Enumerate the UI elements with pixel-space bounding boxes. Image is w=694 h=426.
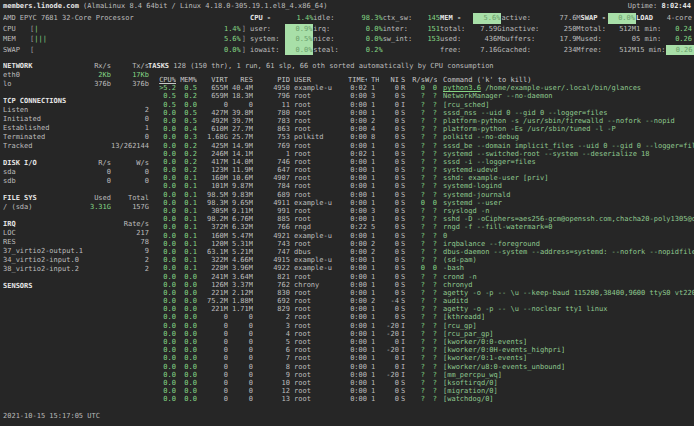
proc-virt: 0	[197, 330, 228, 338]
proc-user: chrony	[294, 281, 348, 289]
section-title: FILE SYS	[3, 194, 69, 203]
proc-mem: 0.1	[176, 191, 197, 199]
process-row: 0.00.0126M3.37M762chrony0:0010S??chronyd	[148, 281, 694, 289]
proc-pid: 829	[253, 305, 290, 313]
proc-ws: ?	[425, 117, 437, 125]
proc-ws: ?	[425, 371, 437, 379]
proc-pid: 689	[253, 191, 290, 199]
proc-s: S	[401, 158, 409, 166]
proc-s: S	[401, 215, 409, 223]
stat-value: 436M	[485, 34, 502, 45]
proc-command: [kworker/0:1-events]	[443, 354, 694, 362]
proc-cpu: 0.0	[148, 232, 176, 240]
proc-cpu: 0.0	[148, 387, 176, 395]
proc-thr: 1	[371, 166, 379, 174]
proc-res: 3.37M	[228, 281, 253, 289]
proc-ni: 0	[379, 199, 399, 207]
proc-pid: 830	[253, 289, 290, 297]
proc-pid: 2	[253, 313, 290, 321]
gauge-percent: 5.6%	[224, 34, 241, 45]
proc-user: root	[294, 174, 348, 182]
proc-ws: ?	[425, 322, 437, 330]
proc-ni: 0	[379, 338, 399, 346]
proc-mem: 0.1	[176, 207, 197, 215]
gauge-percent: 0.0%	[224, 45, 241, 56]
proc-res: 0	[228, 354, 253, 362]
proc-pid: 692	[253, 297, 290, 305]
proc-mem: 0.0	[176, 379, 197, 387]
item-value2: 2	[111, 106, 149, 115]
proc-rs: ?	[411, 166, 425, 174]
proc-thr: 1	[371, 84, 379, 92]
proc-res: 0	[228, 338, 253, 346]
proc-ws: ?	[425, 338, 437, 346]
proc-virt: 160M	[197, 232, 228, 240]
proc-command: chronyd	[443, 281, 694, 289]
proc-command: systemd-journald	[443, 191, 694, 199]
proc-rs: ?	[411, 92, 425, 100]
quicklook-panel: CPU -1.4%user:0.9%system:0.5%iowait:0.0%	[250, 13, 313, 55]
proc-cpu: 0.0	[148, 256, 176, 264]
proc-pid: 4911	[253, 199, 290, 207]
proc-ws: ?	[425, 240, 437, 248]
proc-res: 0	[228, 395, 253, 403]
section-col1: R/s	[69, 159, 111, 168]
proc-thr: 1	[371, 313, 379, 321]
proc-ws: 0	[425, 264, 437, 272]
proc-ni: 0	[379, 133, 399, 141]
process-row: 0.00.0002root0:0010S??[kthreadd]	[148, 313, 694, 321]
proc-user: root	[294, 191, 348, 199]
stat-value: 234M	[564, 45, 581, 56]
proc-res: 0	[228, 346, 253, 354]
proc-thr: 1	[371, 371, 379, 379]
proc-s: I	[401, 371, 409, 379]
proc-thr: 1	[371, 289, 379, 297]
item-value2: 1	[111, 124, 149, 133]
proc-cpu: 0.0	[148, 371, 176, 379]
proc-res: 5.47M	[228, 232, 253, 240]
section-col2: W/s	[111, 159, 149, 168]
proc-cpu: 0.0	[148, 330, 176, 338]
proc-ws: ?	[425, 223, 437, 231]
sidebar-row: Listen2	[3, 106, 149, 115]
proc-thr: 2	[371, 297, 379, 305]
proc-ws: ?	[425, 289, 437, 297]
system-info: (AlmaLinux 8.4 64bit / Linux 4.18.0-305.…	[79, 2, 328, 10]
stat-value: 0.0%	[366, 24, 383, 35]
proc-mem: 0.1	[176, 174, 197, 182]
glances-terminal[interactable]: members.linode.com (AlmaLinux 8.4 64bit …	[0, 0, 694, 426]
gauge-bar: |	[34, 24, 224, 35]
sidebar-row: 34_virtio2-input.02	[3, 256, 149, 265]
proc-cpu: 0.0	[148, 363, 176, 371]
gauge-bar	[34, 45, 224, 56]
tasks-summary: TASKS 128 (150 thr), 1 run, 61 slp, 66 o…	[148, 62, 694, 71]
proc-ni: 0	[379, 84, 399, 92]
proc-virt: 241M	[197, 273, 228, 281]
proc-user: example-u	[294, 84, 348, 92]
sidebar-row: sda00	[3, 168, 149, 177]
proc-mem: 0.0	[176, 354, 197, 362]
sidebar-row: Tracked13/262144	[3, 142, 149, 151]
proc-time: 0:00	[348, 379, 367, 387]
stat-label: used:	[581, 34, 602, 45]
proc-ni: 0	[379, 223, 399, 231]
proc-command: sssd -i --logger=files	[443, 158, 694, 166]
proc-rs: ?	[411, 109, 425, 117]
gauge-label: MEM	[3, 34, 30, 45]
proc-ni: 0	[379, 289, 399, 297]
proc-res: 18.3M	[228, 92, 253, 100]
proc-ws: ?	[425, 248, 437, 256]
proc-user: root	[294, 363, 348, 371]
proc-res: 39.8M	[228, 109, 253, 117]
proc-user: example-u	[294, 264, 348, 272]
proc-time: 0:00	[348, 92, 367, 100]
col-virt: VIRT	[197, 76, 228, 84]
process-row: 0.00.2246M14.1M1root0:0210S??systemd --s…	[148, 150, 694, 158]
proc-ws: ?	[425, 125, 437, 133]
proc-mem: 0.0	[176, 338, 197, 346]
proc-cpu: 0.0	[148, 215, 176, 223]
process-row: 0.00.4610M27.7M863root0:0040S??platform-…	[148, 125, 694, 133]
proc-s: S	[401, 395, 409, 403]
proc-user: root	[294, 297, 348, 305]
proc-res: 9.83M	[228, 191, 253, 199]
